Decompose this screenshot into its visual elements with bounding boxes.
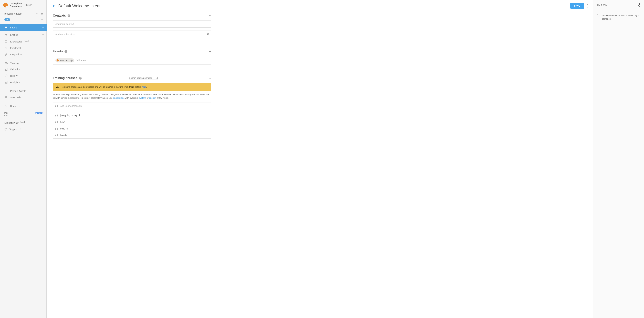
nav-training[interactable]: Training [0, 60, 47, 66]
events-field[interactable]: Welcome ✕ [53, 56, 211, 65]
nav-fulfillment[interactable]: Fulfillment [0, 45, 47, 51]
section-header-contexts: Contexts ? [53, 14, 211, 17]
chevron-up-icon [209, 77, 211, 79]
section-title: Training phrases [53, 76, 77, 80]
svg-text:?: ? [6, 128, 6, 130]
collapse-button[interactable] [209, 15, 211, 16]
nav-primary: Intents + Entities + Knowledge [beta] Fu… [0, 24, 47, 58]
quote-icon [55, 128, 58, 130]
agent-name: respond_chatbot [4, 12, 36, 15]
trial-sub: Free [4, 114, 8, 117]
add-phrase-row[interactable] [53, 103, 211, 109]
nav-label: Small Talk [10, 96, 21, 99]
quote-icon [55, 134, 58, 136]
region-selector[interactable]: Global [24, 4, 33, 6]
support-link[interactable]: ? Support [0, 126, 47, 133]
nav-analytics[interactable]: Analytics [0, 79, 47, 85]
nav-knowledge[interactable]: Knowledge [beta] [0, 38, 47, 45]
nav-small-talk[interactable]: Small Talk [0, 94, 47, 101]
add-entity-button[interactable]: + [42, 33, 44, 37]
warning-link[interactable]: here [142, 86, 146, 88]
agent-selector[interactable]: respond_chatbot [0, 10, 47, 16]
deprecation-warning: Template phrases are deprecated and will… [53, 83, 211, 91]
chevron-down-icon [36, 13, 38, 14]
dialogflow-cx-link[interactable]: Dialogflow CX [new] [0, 119, 47, 126]
svg-point-14 [587, 4, 588, 5]
try-placeholder[interactable]: Try it now [597, 3, 607, 6]
add-intent-button[interactable]: + [42, 25, 44, 29]
help-icon[interactable]: ? [68, 14, 70, 17]
test-console: Try it now Please use test console above… [593, 0, 644, 318]
brand-line1: Dialogflow [10, 2, 22, 5]
try-header: Try it now [593, 0, 644, 10]
annotations-link[interactable]: annotations [113, 97, 124, 99]
phrase-row[interactable]: hello hi [53, 125, 211, 132]
search-phrases-input[interactable] [129, 77, 154, 79]
mic-button[interactable] [638, 3, 640, 7]
external-link-icon [20, 128, 21, 130]
external-link-icon [19, 105, 20, 107]
chevron-up-icon [209, 15, 211, 16]
svg-rect-20 [639, 3, 640, 5]
save-button[interactable]: SAVE [570, 3, 584, 9]
nav-history[interactable]: History [0, 73, 47, 79]
event-hex-icon [56, 59, 59, 62]
nav-label: Analytics [10, 81, 20, 84]
svg-line-19 [157, 78, 158, 79]
support-icon: ? [4, 128, 7, 131]
remove-event-button[interactable]: ✕ [70, 59, 73, 62]
section-header-training: Training phrases ? [53, 76, 211, 80]
phrase-row[interactable]: heya [53, 119, 211, 125]
nav-label: Docs [10, 105, 16, 107]
input-context-input[interactable] [55, 23, 209, 25]
upgrade-link[interactable]: Upgrade [35, 111, 44, 114]
nav-docs-link[interactable]: Docs [0, 103, 47, 109]
nav-integrations[interactable]: Integrations [0, 51, 47, 58]
phrase-row[interactable]: howdy [53, 132, 211, 138]
validation-icon [4, 68, 8, 71]
add-event-input[interactable] [76, 59, 209, 62]
info-icon [597, 14, 600, 20]
clear-output-context-button[interactable]: ✕ [206, 32, 209, 36]
svg-rect-7 [6, 82, 6, 83]
nav-label: History [10, 74, 18, 77]
language-chip[interactable]: en [4, 18, 10, 21]
agent-dropdown-caret[interactable] [36, 13, 39, 14]
add-phrase-input[interactable] [60, 105, 209, 107]
training-description: When a user says something similar to a … [53, 93, 211, 100]
phrase-row[interactable]: just going to say hi [53, 112, 211, 119]
chevron-down-icon [32, 4, 33, 5]
custom-link[interactable]: custom [149, 97, 156, 99]
svg-marker-17 [56, 59, 59, 62]
phrase-list: just going to say hi heya hello hi howdy [53, 112, 211, 139]
search-icon [156, 77, 158, 79]
system-link[interactable]: system [139, 97, 146, 99]
nav-docs: Docs [0, 103, 47, 109]
collapse-button[interactable] [209, 51, 211, 52]
nav-prebuilt-agents[interactable]: Prebuilt Agents [0, 88, 47, 94]
collapse-button[interactable] [209, 77, 211, 79]
search-phrases[interactable] [129, 77, 158, 80]
intent-title[interactable]: Default Welcome Intent [58, 3, 570, 8]
analytics-icon [4, 81, 8, 84]
main-panel: Default Welcome Intent SAVE Contexts ? [48, 0, 593, 318]
agent-settings-button[interactable] [39, 12, 44, 15]
nav-entities[interactable]: Entities + [0, 31, 47, 38]
help-icon[interactable]: ? [64, 50, 67, 53]
input-context-field[interactable] [53, 20, 211, 27]
help-icon[interactable]: ? [79, 77, 82, 79]
nav-validation[interactable]: Validation [0, 66, 47, 73]
smalltalk-icon [4, 96, 8, 99]
try-message: Please use test console above to try a s… [597, 14, 640, 24]
output-context-field[interactable]: ✕ [53, 30, 211, 38]
section-events: Events ? Welcome ✕ [53, 45, 211, 72]
warning-icon [56, 85, 59, 88]
trial-title: Trial [4, 111, 8, 114]
add-phrase-box [53, 103, 211, 109]
nav-intents[interactable]: Intents + [0, 24, 47, 31]
output-context-input[interactable] [55, 33, 205, 35]
try-message-text: Please use test console above to try a s… [602, 14, 640, 20]
fulfillment-icon [4, 46, 8, 50]
add-language-button[interactable]: + [41, 17, 44, 21]
more-menu-button[interactable] [587, 4, 588, 7]
